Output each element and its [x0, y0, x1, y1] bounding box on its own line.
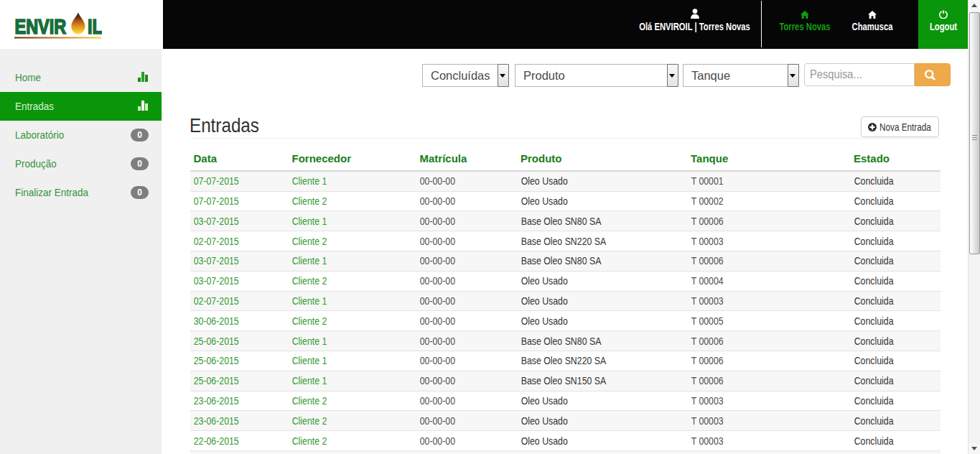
svg-text:ENVIR: ENVIR [14, 15, 66, 39]
svg-text:IL: IL [88, 15, 102, 39]
